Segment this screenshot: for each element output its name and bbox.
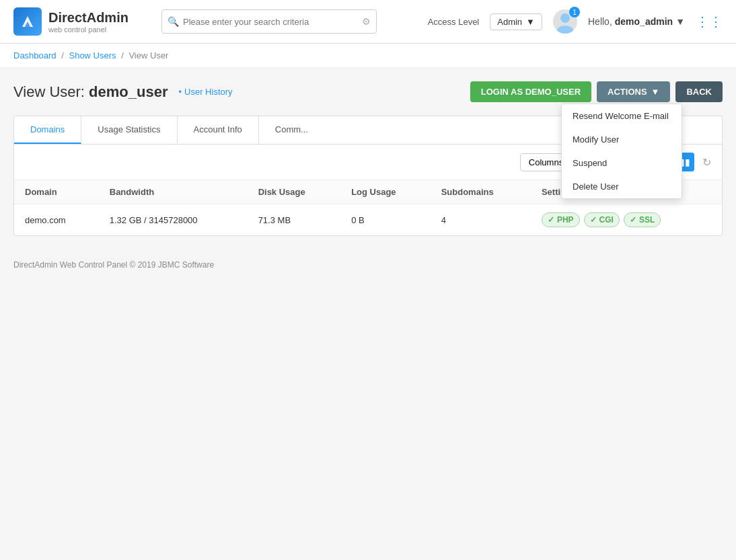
search-icon: 🔍: [168, 16, 179, 27]
main-content: View User: demo_user User History LOGIN …: [0, 68, 736, 249]
tab-usage-statistics[interactable]: Usage Statistics: [81, 116, 177, 144]
breadcrumb: Dashboard / Show Users / View User: [0, 44, 736, 68]
menu-item-suspend[interactable]: Suspend: [562, 151, 682, 175]
cell-domain: demo.com: [14, 204, 99, 236]
grid-icon[interactable]: ⋮⋮: [696, 13, 723, 30]
breadcrumb-show-users[interactable]: Show Users: [69, 50, 116, 61]
tab-domains[interactable]: Domains: [14, 116, 81, 144]
chevron-down-icon: ▼: [526, 17, 535, 27]
hello-label: Hello,: [588, 16, 612, 27]
menu-item-delete[interactable]: Delete User: [562, 175, 682, 198]
col-bandwidth: Bandwidth: [99, 180, 248, 204]
actions-dropdown: Resend Welcome E-mail Modify User Suspen…: [561, 104, 682, 199]
breadcrumb-view-user: View User: [128, 50, 168, 61]
cell-log-usage: 0 B: [340, 204, 431, 236]
login-as-user-button[interactable]: LOGIN AS DEMO_USER: [470, 81, 591, 102]
hello-username: demo_admin: [615, 16, 673, 27]
search-area[interactable]: 🔍 ⚙: [161, 9, 377, 34]
logo-icon: [13, 7, 42, 36]
breadcrumb-sep-2: /: [121, 50, 124, 61]
access-level-value: Admin: [497, 17, 522, 27]
cell-subdomains: 4: [431, 204, 531, 236]
header-actions: LOGIN AS DEMO_USER ACTIONS ▼ BACK Resend…: [470, 81, 723, 102]
logo-title: DirectAdmin: [48, 10, 128, 26]
refresh-button[interactable]: ↻: [702, 156, 711, 169]
back-button[interactable]: BACK: [675, 81, 723, 102]
col-subdomains: Subdomains: [431, 180, 531, 204]
logo-text: DirectAdmin web control panel: [48, 10, 128, 34]
search-input[interactable]: [183, 17, 362, 27]
badge-php: ✓PHP: [542, 212, 580, 227]
table-row: demo.com 1.32 GB / 3145728000 71.3 MB 0 …: [14, 204, 722, 236]
access-level-label: Access Level: [428, 17, 480, 27]
menu-item-resend[interactable]: Resend Welcome E-mail: [562, 104, 682, 128]
footer: DirectAdmin Web Control Panel © 2019 JBM…: [0, 249, 736, 280]
tab-account-info[interactable]: Account Info: [178, 116, 259, 144]
gear-icon[interactable]: ⚙: [362, 16, 371, 27]
badge-cgi: ✓CGI: [584, 212, 620, 227]
page-title: View User: demo_user: [13, 83, 168, 101]
logo-area: DirectAdmin web control panel: [13, 7, 148, 36]
actions-button[interactable]: ACTIONS ▼: [597, 81, 670, 102]
cell-settings: ✓PHP ✓CGI ✓SSL: [531, 204, 722, 236]
menu-item-modify[interactable]: Modify User: [562, 128, 682, 151]
breadcrumb-sep-1: /: [61, 50, 64, 61]
breadcrumb-dashboard[interactable]: Dashboard: [13, 50, 57, 61]
cell-disk-usage: 71.3 MB: [248, 204, 340, 236]
user-avatar-area: 1: [553, 9, 577, 34]
col-domain: Domain: [14, 180, 99, 204]
notification-badge: 1: [569, 7, 580, 17]
col-log-usage: Log Usage: [340, 180, 431, 204]
chevron-down-icon-actions: ▼: [651, 87, 660, 97]
hello-greeting: Hello, demo_admin ▼: [588, 16, 685, 27]
settings-badges: ✓PHP ✓CGI ✓SSL: [542, 212, 711, 227]
footer-text: DirectAdmin Web Control Panel © 2019 JBM…: [13, 260, 214, 270]
logo-subtitle: web control panel: [48, 26, 128, 34]
user-history-link[interactable]: User History: [178, 87, 232, 97]
cell-bandwidth: 1.32 GB / 3145728000: [99, 204, 248, 236]
tab-comm[interactable]: Comm...: [259, 116, 324, 144]
badge-ssl: ✓SSL: [624, 212, 661, 227]
page-header: View User: demo_user User History LOGIN …: [13, 81, 723, 102]
col-disk-usage: Disk Usage: [248, 180, 340, 204]
header: DirectAdmin web control panel 🔍 ⚙ Access…: [0, 0, 736, 44]
svg-point-3: [557, 26, 573, 34]
access-level-select[interactable]: Admin ▼: [490, 13, 542, 30]
header-right: Access Level Admin ▼ 1 Hello, demo_admin…: [428, 9, 723, 34]
svg-point-2: [560, 13, 570, 23]
chevron-down-icon-user[interactable]: ▼: [675, 16, 685, 27]
